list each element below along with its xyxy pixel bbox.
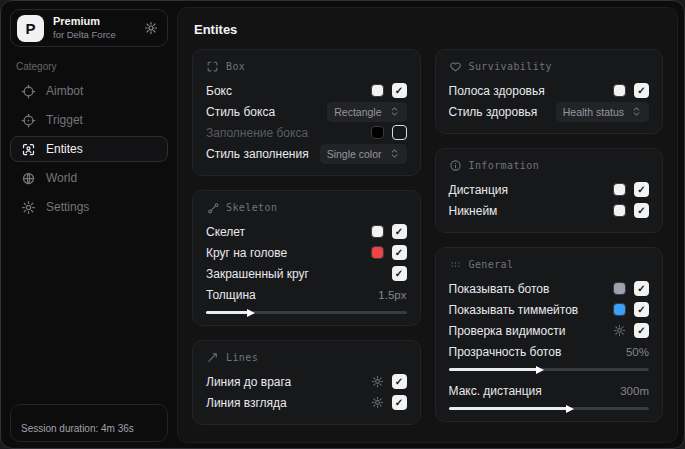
color-swatch[interactable]	[371, 126, 384, 139]
check-icon: ✓	[637, 185, 645, 195]
box-corners-icon	[206, 60, 219, 73]
sidebar-item-settings[interactable]: Settings	[10, 194, 168, 220]
color-swatch[interactable]	[613, 84, 626, 97]
panel-survivability-title: Survivability	[469, 61, 552, 72]
brand-card: P Premium for Delta Force	[10, 9, 168, 47]
color-swatch[interactable]	[371, 84, 384, 97]
chevrons-up-down-icon	[389, 148, 400, 159]
color-swatch[interactable]	[613, 183, 626, 196]
color-swatch[interactable]	[613, 303, 626, 316]
slider-value: 300m	[620, 385, 649, 397]
health-style-select[interactable]: Health status	[556, 102, 649, 122]
check-icon: ✓	[395, 377, 403, 387]
slider-thumb[interactable]	[247, 309, 255, 317]
color-swatch[interactable]	[371, 246, 384, 259]
checkbox[interactable]: ✓	[392, 395, 407, 410]
line-icon	[206, 351, 219, 364]
panel-survivability: Survivability Полоса здоровья ✓ Стиль зд…	[435, 49, 664, 134]
setting-row: Дистанция ✓	[449, 179, 650, 200]
sidebar-item-label: Trigget	[46, 113, 83, 127]
panel-general: General Показывать ботов ✓ Показывать ти…	[435, 247, 664, 422]
sidebar-item-label: World	[46, 171, 77, 185]
panel-box: Box Бокс ✓ Стиль бокса Rectangle	[192, 49, 421, 176]
brand-text: Premium for Delta Force	[53, 15, 116, 41]
checkbox[interactable]: ✓	[634, 302, 649, 317]
slider-thumb[interactable]	[536, 366, 544, 374]
setting-row: Полоса здоровья ✓	[449, 80, 650, 101]
gear-icon	[21, 200, 36, 215]
sidebar: P Premium for Delta Force Category Aimbo…	[1, 1, 177, 448]
setting-row: Стиль здоровья Health status	[449, 101, 650, 122]
check-icon: ✓	[637, 326, 645, 336]
checkbox[interactable]: ✓	[634, 203, 649, 218]
sidebar-item-label: Entites	[46, 142, 83, 156]
check-icon: ✓	[395, 86, 403, 96]
setting-row: Скелет ✓	[206, 221, 407, 242]
setting-row: Показывать тиммейтов ✓	[449, 299, 650, 320]
sidebar-item-label: Settings	[46, 200, 89, 214]
checkbox[interactable]: ✓	[392, 83, 407, 98]
grid-dots-icon	[449, 258, 462, 271]
color-swatch[interactable]	[613, 204, 626, 217]
check-icon: ✓	[395, 398, 403, 408]
slider-group: Толщина 1.5px	[206, 284, 407, 314]
checkbox[interactable]: ✓	[634, 83, 649, 98]
session-duration: Session duration: 4m 36s	[10, 404, 168, 442]
gear-icon[interactable]	[613, 324, 626, 337]
gear-icon[interactable]	[144, 21, 158, 35]
checkbox[interactable]: ✓	[392, 266, 407, 281]
brand-subtitle: for Delta Force	[53, 29, 116, 41]
fill-style-select[interactable]: Single color	[320, 144, 407, 164]
sidebar-item-trigget[interactable]: Trigget	[10, 107, 168, 133]
panel-information: Information Дистанция ✓ Никнейм ✓	[435, 148, 664, 233]
color-swatch[interactable]	[371, 225, 384, 238]
slider-group: Макс. дистанция 300m	[449, 380, 650, 410]
setting-row: Толщина 1.5px	[206, 284, 407, 305]
setting-row: Заполнение бокса ✓	[206, 122, 407, 143]
page-title: Entites	[194, 22, 663, 37]
panel-box-title: Box	[226, 61, 245, 72]
heart-icon	[449, 60, 462, 73]
panel-lines-title: Lines	[226, 352, 258, 363]
thickness-slider[interactable]	[206, 311, 407, 314]
color-swatch[interactable]	[613, 282, 626, 295]
panel-general-header: General	[449, 258, 650, 271]
globe-icon	[21, 171, 36, 186]
slider-group: Прозрачность ботов 50%	[449, 341, 650, 371]
panel-skeleton: Skeleton Скелет ✓ Круг на голове ✓	[192, 190, 421, 326]
gear-icon[interactable]	[371, 396, 384, 409]
check-icon: ✓	[637, 206, 645, 216]
gear-icon[interactable]	[371, 375, 384, 388]
bone-icon	[206, 201, 219, 214]
panel-information-title: Information	[469, 160, 540, 171]
sidebar-item-world[interactable]: World	[10, 165, 168, 191]
setting-row: Линия до врага ✓	[206, 371, 407, 392]
setting-row: Никнейм ✓	[449, 200, 650, 221]
setting-row: Проверка видимости ✓	[449, 320, 650, 341]
checkbox[interactable]: ✓	[634, 281, 649, 296]
crosshair-icon	[21, 84, 36, 99]
main-content: Entites Box Бокс ✓	[177, 7, 678, 443]
checkbox[interactable]: ✓	[634, 323, 649, 338]
bot-opacity-slider[interactable]	[449, 368, 650, 371]
app-window: P Premium for Delta Force Category Aimbo…	[0, 0, 685, 449]
scan-person-icon	[21, 142, 36, 157]
panel-skeleton-title: Skeleton	[226, 202, 277, 213]
checkbox[interactable]: ✓	[392, 374, 407, 389]
setting-row: Макс. дистанция 300m	[449, 380, 650, 401]
panel-skeleton-header: Skeleton	[206, 201, 407, 214]
checkbox[interactable]: ✓	[392, 125, 407, 140]
max-distance-slider[interactable]	[449, 407, 650, 410]
check-icon: ✓	[395, 227, 403, 237]
sidebar-item-label: Aimbot	[46, 84, 83, 98]
checkbox[interactable]: ✓	[392, 245, 407, 260]
chevrons-up-down-icon	[389, 106, 400, 117]
setting-row: Круг на голове ✓	[206, 242, 407, 263]
checkbox[interactable]: ✓	[634, 182, 649, 197]
box-style-select[interactable]: Rectangle	[327, 102, 406, 122]
sidebar-item-entites[interactable]: Entites	[10, 136, 168, 162]
checkbox[interactable]: ✓	[392, 224, 407, 239]
slider-thumb[interactable]	[566, 405, 574, 413]
setting-row: Стиль заполнения Single color	[206, 143, 407, 164]
sidebar-item-aimbot[interactable]: Aimbot	[10, 78, 168, 104]
